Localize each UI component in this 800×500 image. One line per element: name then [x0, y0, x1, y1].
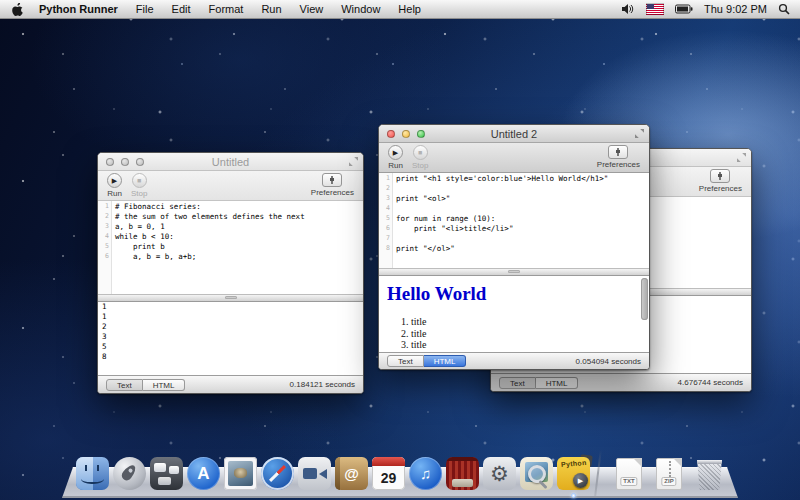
dock-icon-finder[interactable] [76, 457, 109, 490]
code-line: 8 print "</ol>" [379, 243, 649, 253]
dock-icon-photo-booth[interactable] [446, 457, 479, 490]
run-button[interactable]: ▶ Run [107, 173, 122, 198]
stop-square-icon: ■ [413, 145, 428, 160]
menu-window[interactable]: Window [332, 0, 389, 18]
preferences-button[interactable]: Preferences [699, 169, 742, 193]
splitter-handle-icon[interactable] [225, 296, 237, 299]
spotlight-icon[interactable] [778, 3, 790, 15]
preferences-button[interactable]: Preferences [597, 145, 640, 169]
output-line: 1 [98, 302, 363, 312]
resize-corner-icon[interactable] [349, 157, 358, 166]
stop-button[interactable]: ■ Stop [131, 173, 147, 198]
battery-icon[interactable] [675, 4, 693, 14]
line-number: 5 [379, 214, 392, 222]
run-button[interactable]: ▶ Run [388, 145, 403, 170]
minimize-button[interactable] [121, 158, 129, 166]
tab-text[interactable]: Text [106, 379, 143, 391]
code-text: print "<li>title</li>" [392, 224, 513, 233]
code-line: 1 # Fibonacci series: [98, 201, 363, 211]
code-lines: 1 print "<h1 style='color:blue'>Hello Wo… [379, 173, 649, 253]
dock: A @ 29 ♫ ⚙ Python ▶ TXT ZIP [0, 444, 800, 500]
code-text: print "<h1 style='color:blue'>Hello Worl… [392, 174, 608, 183]
html-list-item: title [411, 316, 649, 328]
menu-edit[interactable]: Edit [163, 0, 200, 18]
stop-label: Stop [412, 161, 428, 170]
apple-menu[interactable] [0, 3, 30, 16]
menu-clock[interactable]: Thu 9:02 PM [704, 3, 767, 15]
preferences-button[interactable]: Preferences [311, 173, 354, 197]
dock-icon-ical[interactable]: 29 [372, 457, 405, 490]
tab-html[interactable]: HTML [424, 355, 467, 367]
screen: Python Runner File Edit Format Run View … [0, 0, 800, 500]
tab-text[interactable]: Text [499, 377, 536, 389]
dock-icon-system-preferences[interactable]: ⚙ [483, 457, 516, 490]
code-text: print "<ol>" [392, 194, 450, 203]
dock-icon-mail[interactable] [224, 457, 257, 490]
dock-icon-mission-control[interactable] [150, 457, 183, 490]
close-button[interactable] [387, 130, 395, 138]
preferences-label: Preferences [597, 160, 640, 169]
menu-format[interactable]: Format [200, 0, 253, 18]
dock-icon-facetime[interactable] [298, 457, 331, 490]
input-language-flag-icon[interactable] [646, 3, 664, 15]
rocket-icon [120, 463, 138, 483]
music-note-icon: ♫ [420, 465, 431, 482]
line-number: 6 [379, 224, 392, 232]
menu-file[interactable]: File [127, 0, 163, 18]
status-bar: Text HTML 0.054094 seconds [379, 352, 649, 369]
zoom-button[interactable] [417, 130, 425, 138]
stop-label: Stop [131, 189, 147, 198]
titlebar[interactable]: Untitled [98, 153, 363, 171]
dock-separator [594, 452, 602, 490]
titlebar[interactable]: Untitled 2 [379, 125, 649, 143]
close-button[interactable] [106, 158, 114, 166]
tab-html[interactable]: HTML [536, 377, 579, 389]
run-play-icon: ▶ [107, 173, 122, 188]
line-number: 1 [98, 202, 111, 210]
menu-app-name[interactable]: Python Runner [30, 0, 127, 18]
menu-run[interactable]: Run [252, 0, 290, 18]
at-glyph: @ [344, 465, 359, 482]
line-number: 8 [379, 244, 392, 252]
play-badge-icon: ▶ [573, 473, 588, 488]
code-editor[interactable]: 1 print "<h1 style='color:blue'>Hello Wo… [379, 173, 649, 268]
volume-icon[interactable] [621, 3, 635, 15]
dock-icon-safari[interactable] [261, 457, 294, 490]
dock-icon-address-book[interactable]: @ [335, 457, 368, 490]
dock-icon-launchpad[interactable] [113, 457, 146, 490]
dock-icon-txt-document[interactable]: TXT [616, 458, 642, 490]
output-lines: 112358 [98, 302, 363, 362]
dock-icon-app-store[interactable]: A [187, 457, 220, 490]
splitter-handle-icon[interactable] [508, 270, 520, 273]
dock-icon-preview[interactable] [520, 457, 553, 490]
compass-needle-icon [269, 465, 286, 482]
execution-time: 0.054094 seconds [576, 357, 641, 366]
code-editor[interactable]: 1 # Fibonacci series: 2 # the sum of two… [98, 201, 363, 294]
tab-text[interactable]: Text [387, 355, 424, 367]
dock-icon-itunes[interactable]: ♫ [409, 457, 442, 490]
menu-view[interactable]: View [291, 0, 333, 18]
dock-icon-python-runner[interactable]: Python ▶ [557, 457, 590, 490]
code-line: 6 print "<li>title</li>" [379, 223, 649, 233]
zip-label: ZIP [661, 477, 676, 486]
tab-html[interactable]: HTML [143, 379, 186, 391]
resize-corner-icon[interactable] [737, 153, 746, 162]
output-line: 1 [98, 312, 363, 322]
dock-icon-trash[interactable] [696, 460, 723, 490]
output-pane: 112358 [98, 302, 363, 375]
preferences-label: Preferences [311, 188, 354, 197]
zoom-button[interactable] [136, 158, 144, 166]
pane-splitter[interactable] [98, 294, 363, 302]
pane-splitter[interactable] [379, 268, 649, 276]
resize-corner-icon[interactable] [635, 129, 644, 138]
scrollbar[interactable] [641, 278, 648, 350]
output-mode-switch: Text HTML [106, 379, 185, 391]
menu-help[interactable]: Help [389, 0, 430, 18]
stop-button[interactable]: ■ Stop [412, 145, 428, 170]
minimize-button[interactable] [402, 130, 410, 138]
line-number: 4 [98, 232, 111, 240]
code-text: a, b = b, a+b; [111, 252, 196, 261]
scrollbar-thumb[interactable] [641, 278, 648, 320]
preferences-label: Preferences [699, 184, 742, 193]
dock-icon-zip-archive[interactable]: ZIP [656, 458, 682, 490]
